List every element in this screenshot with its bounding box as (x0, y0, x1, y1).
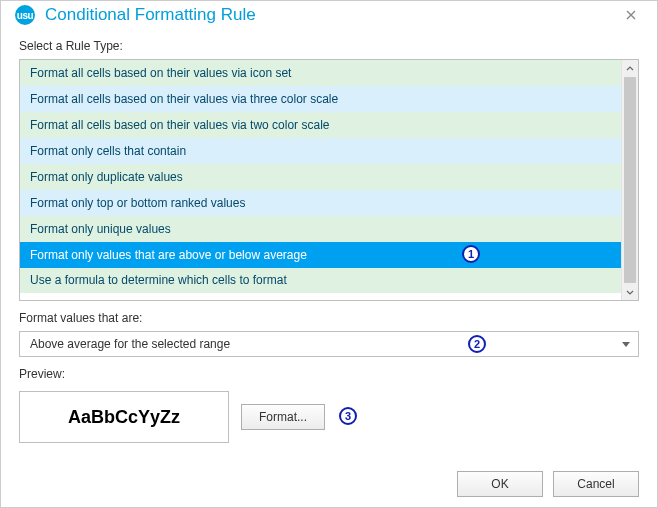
rule-type-list[interactable]: Format all cells based on their values v… (20, 60, 621, 300)
cancel-button[interactable]: Cancel (553, 471, 639, 497)
criteria-selected-text: Above average for the selected range (30, 337, 622, 351)
rule-type-listbox: Format all cells based on their values v… (19, 59, 639, 301)
rule-type-item[interactable]: Format only duplicate values (20, 164, 621, 190)
close-icon (626, 10, 636, 20)
chevron-up-icon (626, 65, 634, 73)
select-rule-type-label: Select a Rule Type: (19, 39, 639, 53)
rule-type-item[interactable]: Format all cells based on their values v… (20, 86, 621, 112)
dialog-buttons: OK Cancel (1, 457, 657, 508)
rule-type-item[interactable]: Format only unique values (20, 216, 621, 242)
rule-type-item[interactable]: Format all cells based on their values v… (20, 60, 621, 86)
scroll-track[interactable] (622, 77, 638, 283)
format-button[interactable]: Format... (241, 404, 325, 430)
dropdown-caret (622, 337, 630, 351)
rule-type-item-label: Format only values that are above or bel… (30, 248, 307, 262)
preview-row: AaBbCcYyZz Format... 3 (19, 391, 639, 443)
close-button[interactable] (615, 1, 647, 29)
dialog-title: Conditional Formatting Rule (45, 5, 615, 25)
rule-list-scrollbar[interactable] (621, 60, 638, 300)
app-icon: usu (15, 5, 35, 25)
scroll-thumb[interactable] (624, 77, 636, 283)
ok-button[interactable]: OK (457, 471, 543, 497)
callout-3: 3 (339, 407, 357, 425)
scroll-up-button[interactable] (622, 60, 638, 77)
criteria-dropdown[interactable]: Above average for the selected range 2 (19, 331, 639, 357)
rule-type-item[interactable]: Format only cells that contain (20, 138, 621, 164)
scroll-down-button[interactable] (622, 283, 638, 300)
chevron-down-icon (622, 342, 630, 348)
rule-type-item[interactable]: Format all cells based on their values v… (20, 112, 621, 138)
chevron-down-icon (626, 288, 634, 296)
callout-1: 1 (462, 245, 480, 263)
preview-sample: AaBbCcYyZz (19, 391, 229, 443)
rule-type-item-selected[interactable]: Format only values that are above or bel… (20, 242, 621, 268)
preview-label: Preview: (19, 367, 639, 381)
dialog-content: Select a Rule Type: Format all cells bas… (1, 29, 657, 457)
app-icon-text: usu (17, 10, 33, 21)
rule-type-item[interactable]: Use a formula to determine which cells t… (20, 268, 621, 293)
conditional-formatting-dialog: usu Conditional Formatting Rule Select a… (0, 0, 658, 508)
titlebar: usu Conditional Formatting Rule (1, 1, 657, 29)
format-values-label: Format values that are: (19, 311, 639, 325)
rule-type-item[interactable]: Format only top or bottom ranked values (20, 190, 621, 216)
